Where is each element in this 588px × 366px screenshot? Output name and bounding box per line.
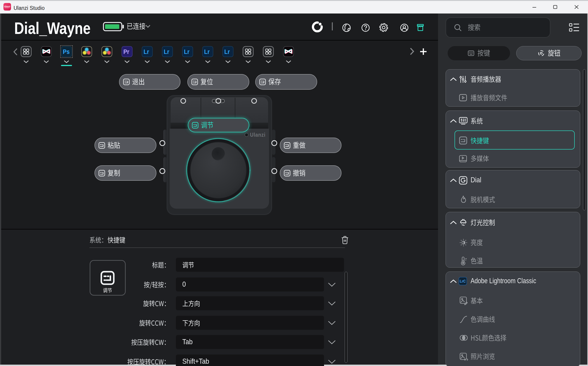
svg-text:Pr: Pr xyxy=(123,48,129,55)
svg-text:Lr: Lr xyxy=(164,48,169,55)
svg-text:Lr: Lr xyxy=(184,48,190,55)
svg-text:Lr: Lr xyxy=(224,48,230,55)
svg-text:Ulanzi: Ulanzi xyxy=(250,132,266,138)
svg-text:Lr: Lr xyxy=(204,48,210,55)
svg-text:Lr: Lr xyxy=(144,48,149,55)
svg-text:LrC: LrC xyxy=(460,279,466,283)
